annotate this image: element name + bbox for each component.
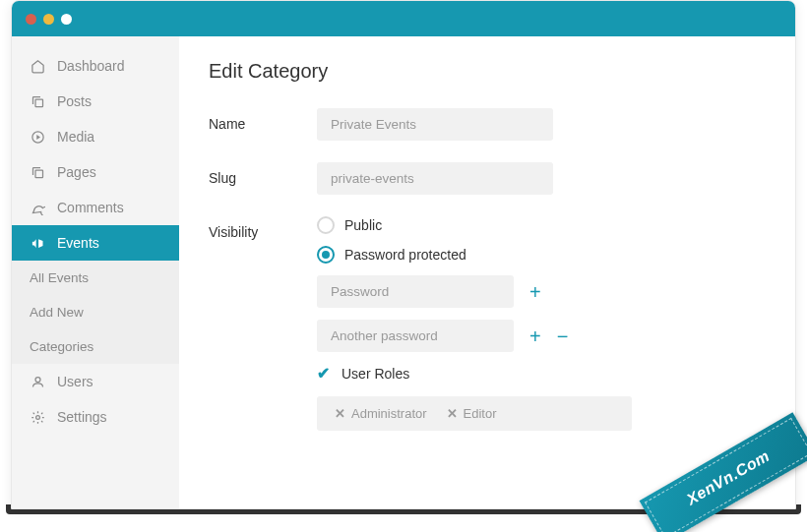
sidebar-item-media[interactable]: Media [12, 119, 179, 154]
sidebar-item-label: Events [57, 235, 99, 251]
name-input[interactable] [317, 108, 553, 141]
tag-label: Editor [464, 406, 497, 421]
remove-tag-icon[interactable]: ✕ [335, 406, 345, 421]
visibility-option-password[interactable]: Password protected [317, 246, 730, 264]
radio-label: Password protected [344, 247, 466, 263]
app-body: Dashboard Posts Media Pages Comments Eve [12, 36, 795, 508]
user-icon [30, 374, 45, 389]
role-tag: ✕ Administrator [325, 402, 437, 425]
svg-rect-3 [35, 170, 43, 178]
svg-marker-2 [36, 135, 40, 140]
name-label: Name [209, 108, 317, 132]
visibility-option-public[interactable]: Public [317, 216, 730, 234]
add-password-button[interactable]: + [529, 326, 541, 346]
sidebar-subitem-all-events[interactable]: All Events [12, 261, 179, 295]
radio-icon [317, 216, 335, 234]
check-icon: ✔ [317, 364, 330, 383]
sidebar-item-label: Posts [57, 93, 92, 109]
sidebar-subitem-add-new[interactable]: Add New [12, 295, 179, 329]
sidebar-item-label: Media [57, 129, 94, 145]
roles-tag-input[interactable]: ✕ Administrator ✕ Editor [317, 396, 632, 431]
close-window-dot[interactable] [26, 14, 36, 25]
form-row-name: Name [209, 108, 766, 141]
role-tag: ✕ Editor [437, 402, 507, 425]
password-input[interactable] [317, 320, 514, 352]
copy-icon [30, 93, 45, 109]
svg-point-4 [35, 377, 40, 382]
titlebar [12, 1, 795, 36]
radio-icon [317, 246, 335, 264]
svg-rect-0 [35, 99, 43, 107]
sidebar-item-label: Dashboard [57, 58, 125, 74]
sidebar: Dashboard Posts Media Pages Comments Eve [12, 36, 179, 508]
sidebar-item-settings[interactable]: Settings [12, 399, 179, 435]
svg-point-5 [35, 415, 39, 419]
sidebar-item-dashboard[interactable]: Dashboard [12, 48, 179, 84]
sidebar-item-posts[interactable]: Posts [12, 84, 179, 119]
sidebar-item-label: Pages [57, 164, 96, 180]
slug-input[interactable] [317, 162, 553, 195]
home-icon [30, 58, 45, 74]
sidebar-item-users[interactable]: Users [12, 364, 179, 399]
form-row-visibility: Visibility Public Password protected + [209, 216, 766, 431]
radio-label: Public [344, 217, 382, 233]
sidebar-item-events[interactable]: Events [11, 225, 179, 261]
remove-password-button[interactable]: − [557, 326, 569, 346]
app-window: Dashboard Posts Media Pages Comments Eve [11, 0, 796, 509]
checkbox-label: User Roles [341, 366, 409, 382]
add-password-button[interactable]: + [529, 282, 541, 302]
sidebar-item-pages[interactable]: Pages [12, 154, 179, 190]
password-row: + [317, 275, 730, 308]
sidebar-item-label: Comments [57, 200, 124, 215]
sidebar-item-comments[interactable]: Comments [12, 190, 179, 225]
visibility-label: Visibility [209, 216, 317, 240]
user-roles-checkbox[interactable]: ✔ User Roles [317, 364, 730, 383]
minimize-window-dot[interactable] [43, 14, 54, 25]
sidebar-item-label: Users [57, 374, 93, 389]
copy-icon [30, 164, 45, 180]
sidebar-item-label: Settings [57, 409, 107, 425]
sidebar-submenu: All Events Add New Categories [12, 261, 179, 364]
form-row-slug: Slug [209, 162, 766, 195]
bullhorn-icon [30, 235, 45, 251]
comment-icon [30, 200, 45, 215]
play-circle-icon [30, 129, 45, 145]
password-row: + − [317, 320, 730, 352]
main-content: Edit Category Name Slug Visibility [179, 36, 795, 508]
page-title: Edit Category [209, 60, 766, 83]
password-input[interactable] [317, 275, 514, 308]
gear-icon [30, 409, 45, 425]
remove-tag-icon[interactable]: ✕ [447, 406, 458, 421]
sidebar-subitem-categories[interactable]: Categories [12, 329, 179, 364]
maximize-window-dot[interactable] [61, 14, 72, 25]
tag-label: Administrator [351, 406, 427, 421]
slug-label: Slug [209, 162, 317, 186]
